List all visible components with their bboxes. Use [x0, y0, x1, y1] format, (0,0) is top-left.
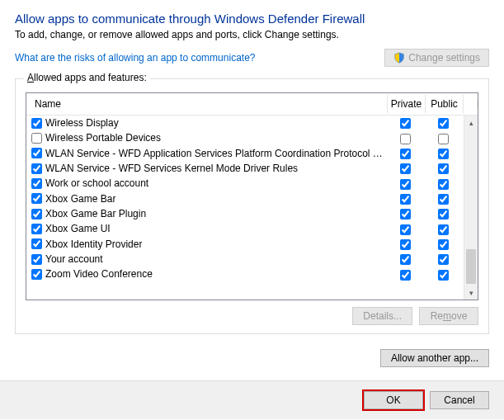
scroll-down-icon[interactable]: ▾: [464, 286, 478, 300]
apps-list: Name Private Public Wireless DisplayWire…: [26, 92, 478, 300]
table-row[interactable]: Work or school account: [26, 176, 464, 191]
table-row[interactable]: Xbox Game Bar Plugin: [26, 206, 464, 221]
scrollbar[interactable]: ▴ ▾: [464, 116, 478, 300]
row-name-label: Wireless Portable Devices: [45, 132, 161, 144]
footer: OK Cancel: [0, 380, 504, 419]
allow-another-app-button[interactable]: Allow another app...: [380, 349, 489, 367]
row-private-checkbox[interactable]: [400, 270, 411, 281]
table-row[interactable]: WLAN Service - WFD Application Services …: [26, 146, 464, 161]
row-enabled-checkbox[interactable]: [31, 178, 42, 189]
table-row[interactable]: Xbox Game Bar: [26, 191, 464, 206]
row-public-checkbox[interactable]: [438, 254, 449, 265]
ok-button[interactable]: OK: [364, 391, 423, 409]
row-public-checkbox[interactable]: [438, 270, 449, 281]
row-public-checkbox[interactable]: [438, 134, 449, 144]
row-enabled-checkbox[interactable]: [31, 148, 42, 158]
row-private-checkbox[interactable]: [400, 194, 411, 205]
risks-link[interactable]: What are the risks of allowing an app to…: [15, 52, 255, 64]
table-row[interactable]: Xbox Identity Provider: [26, 237, 464, 252]
table-row[interactable]: Wireless Display: [26, 116, 464, 130]
row-private-checkbox[interactable]: [400, 118, 411, 129]
row-enabled-checkbox[interactable]: [31, 224, 42, 234]
group-label: Allowed apps and features:: [24, 72, 150, 83]
row-private-checkbox[interactable]: [400, 134, 411, 144]
row-private-checkbox[interactable]: [400, 209, 411, 219]
page-subtitle: To add, change, or remove allowed apps a…: [15, 29, 489, 40]
row-private-checkbox[interactable]: [400, 239, 411, 250]
row-name-label: WLAN Service - WFD Application Services …: [45, 148, 383, 159]
row-private-checkbox[interactable]: [400, 149, 411, 159]
row-private-checkbox[interactable]: [400, 254, 411, 265]
table-row[interactable]: WLAN Service - WFD Services Kernel Mode …: [26, 161, 464, 176]
row-public-checkbox[interactable]: [438, 179, 449, 190]
row-public-checkbox[interactable]: [438, 118, 449, 129]
table-row[interactable]: Zoom Video Conference: [26, 267, 464, 281]
table-row[interactable]: Xbox Game UI: [26, 221, 464, 236]
row-enabled-checkbox[interactable]: [31, 193, 42, 204]
row-public-checkbox[interactable]: [438, 149, 449, 159]
row-public-checkbox[interactable]: [438, 239, 449, 250]
row-private-checkbox[interactable]: [400, 179, 411, 190]
table-row[interactable]: Your account: [26, 252, 464, 267]
row-public-checkbox[interactable]: [438, 209, 449, 219]
row-public-checkbox[interactable]: [438, 194, 449, 205]
change-settings-button[interactable]: Change settings: [384, 49, 489, 67]
row-enabled-checkbox[interactable]: [31, 238, 42, 249]
scroll-up-icon[interactable]: ▴: [464, 116, 478, 130]
row-name-label: Xbox Identity Provider: [45, 238, 142, 250]
header-private[interactable]: Private: [388, 95, 426, 113]
row-enabled-checkbox[interactable]: [31, 163, 42, 174]
scroll-thumb[interactable]: [466, 249, 476, 284]
row-enabled-checkbox[interactable]: [31, 254, 42, 265]
row-private-checkbox[interactable]: [400, 224, 411, 235]
header-public[interactable]: Public: [426, 95, 464, 113]
row-name-label: WLAN Service - WFD Services Kernel Mode …: [45, 163, 298, 174]
row-public-checkbox[interactable]: [438, 224, 449, 235]
change-settings-label: Change settings: [408, 52, 480, 64]
row-enabled-checkbox[interactable]: [31, 269, 42, 280]
row-name-label: Work or school account: [45, 177, 148, 189]
row-name-label: Wireless Display: [45, 117, 119, 129]
row-enabled-checkbox[interactable]: [31, 133, 42, 144]
allowed-apps-group: Allowed apps and features: Name Private …: [15, 78, 489, 334]
row-enabled-checkbox[interactable]: [31, 118, 42, 129]
page-title: Allow apps to communicate through Window…: [15, 12, 489, 26]
shield-icon: [393, 52, 405, 64]
list-header: Name Private Public: [26, 93, 478, 116]
row-private-checkbox[interactable]: [400, 163, 411, 174]
table-row[interactable]: Wireless Portable Devices: [26, 130, 464, 145]
row-name-label: Xbox Game Bar: [45, 193, 115, 205]
row-name-label: Xbox Game Bar Plugin: [45, 208, 146, 219]
row-enabled-checkbox[interactable]: [31, 209, 42, 219]
header-name[interactable]: Name: [31, 95, 388, 113]
details-button[interactable]: Details...: [352, 307, 412, 325]
cancel-button[interactable]: Cancel: [430, 391, 489, 409]
row-name-label: Your account: [45, 253, 103, 265]
row-name-label: Xbox Game UI: [45, 223, 111, 234]
row-public-checkbox[interactable]: [438, 163, 449, 174]
remove-button[interactable]: Remove: [419, 307, 478, 325]
row-name-label: Zoom Video Conference: [45, 268, 153, 280]
